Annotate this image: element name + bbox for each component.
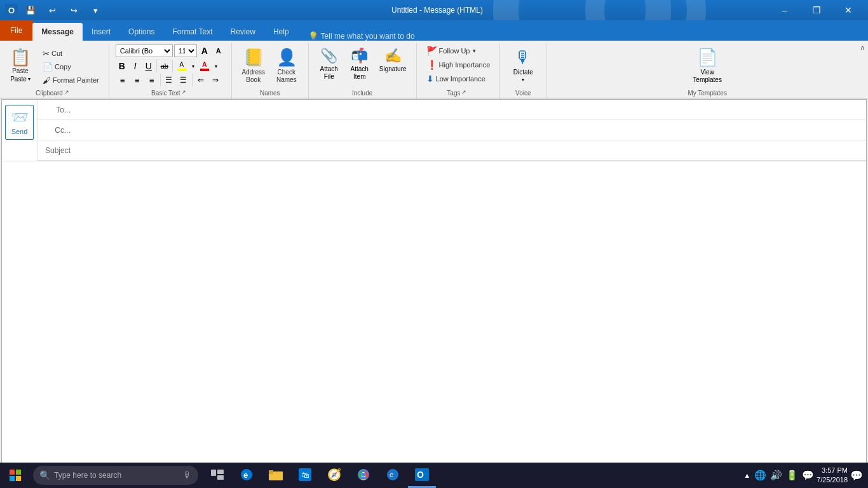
title-bar-controls: – ❐ ✕	[770, 0, 863, 20]
voice-label: Voice	[504, 90, 542, 98]
view-templates-btn[interactable]: 📄 ViewTemplates	[689, 44, 725, 87]
search-icon: 🔍	[39, 470, 50, 480]
microphone-icon[interactable]: 🎙	[183, 470, 192, 480]
names-group: 📒 AddressBook 👤 CheckNames Names	[232, 43, 309, 98]
cut-button[interactable]: ✂ Cut	[39, 47, 102, 60]
bold-btn[interactable]: B	[116, 60, 128, 72]
attach-item-btn[interactable]: 📬 AttachItem	[346, 44, 374, 84]
svg-text:🛍: 🛍	[301, 470, 309, 480]
taskbar-app-outlook[interactable]: O	[408, 463, 436, 488]
numbering-btn[interactable]: ☰	[177, 74, 191, 86]
font-color-btn[interactable]: A	[197, 60, 212, 72]
grow-font-btn[interactable]: A	[198, 44, 211, 57]
my-templates-label: My Templates	[550, 90, 864, 98]
redo-quick-btn[interactable]: ↪	[65, 1, 83, 19]
paste-btn-top[interactable]: 📋 Paste	[5, 44, 36, 75]
tab-options[interactable]: Options	[119, 23, 163, 41]
include-label: Include	[313, 90, 412, 98]
taskbar-app-taskview[interactable]	[203, 463, 231, 488]
search-input[interactable]	[54, 471, 179, 480]
copy-button[interactable]: 📄 Copy	[39, 60, 102, 73]
svg-text:e: e	[243, 470, 248, 480]
customize-quick-btn[interactable]: ▾	[86, 1, 104, 19]
tab-format-text[interactable]: Format Text	[163, 23, 221, 41]
tab-review[interactable]: Review	[222, 23, 264, 41]
notifications-btn[interactable]: 💬	[850, 470, 863, 482]
taskbar-app-compass[interactable]: 🧭	[320, 463, 348, 488]
font-selector[interactable]: Calibri (Bo	[116, 44, 173, 57]
save-quick-btn[interactable]: 💾	[22, 1, 39, 19]
svg-rect-2	[10, 470, 15, 475]
taskbar-app-ie[interactable]: e	[379, 463, 407, 488]
increase-indent-btn[interactable]: ⇒	[208, 74, 222, 86]
paste-dropdown[interactable]: Paste▾	[5, 75, 36, 84]
underline-btn[interactable]: U	[142, 60, 155, 72]
to-input[interactable]	[76, 101, 866, 119]
clock-time: 3:57 PM	[817, 466, 848, 475]
decrease-indent-btn[interactable]: ⇐	[194, 74, 208, 86]
tags-expand-btn[interactable]: ↗	[461, 89, 469, 97]
italic-btn[interactable]: I	[129, 60, 142, 72]
highlight-btn[interactable]: A	[174, 60, 189, 72]
clipboard-label: Clipboard ↗	[3, 89, 105, 98]
svg-text:e: e	[390, 471, 393, 478]
taskbar-app-store[interactable]: 🛍	[291, 463, 319, 488]
align-right-btn[interactable]: ≡	[145, 74, 159, 86]
address-book-btn[interactable]: 📒 AddressBook	[238, 44, 269, 87]
high-importance-btn[interactable]: ❗ High Importance	[423, 58, 494, 71]
ribbon-tabs: File Message Insert Options Format Text …	[0, 20, 868, 41]
tags-label: Tags ↗	[421, 89, 496, 98]
send-button[interactable]: 📨 Send	[5, 105, 34, 140]
volume-icon[interactable]: 🔊	[770, 470, 782, 481]
low-importance-btn[interactable]: ⬇ Low Importance	[423, 72, 489, 85]
chat-icon[interactable]: 💬	[802, 470, 814, 481]
undo-quick-btn[interactable]: ↩	[43, 1, 61, 19]
tab-help[interactable]: Help	[264, 23, 298, 41]
taskbar-app-chrome[interactable]	[349, 463, 377, 488]
taskbar-clock[interactable]: 3:57 PM 7/25/2018	[817, 466, 848, 485]
start-button[interactable]	[0, 463, 31, 488]
tell-me-input[interactable]: 💡 Tell me what you want to do	[303, 31, 420, 41]
bullets-btn[interactable]: ☰	[162, 74, 176, 86]
follow-up-btn[interactable]: 🚩 Follow Up ▾	[423, 44, 480, 57]
network-icon: 🌐	[754, 470, 766, 481]
basic-text-expand-btn[interactable]: ↗	[181, 89, 189, 97]
restore-btn[interactable]: ❐	[802, 0, 831, 20]
clock-date: 7/25/2018	[817, 475, 848, 485]
svg-text:O: O	[417, 470, 424, 480]
tab-message[interactable]: Message	[32, 23, 83, 41]
strikethrough-btn[interactable]: ab	[158, 60, 171, 72]
taskbar-app-edge[interactable]: e	[233, 463, 261, 488]
collapse-ribbon-btn[interactable]: ∧	[860, 43, 865, 52]
font-color-dropdown-btn[interactable]: ▾	[213, 60, 219, 72]
tab-insert[interactable]: Insert	[83, 23, 119, 41]
basic-text-group: Calibri (Bo 11 A A B I U ab	[109, 43, 232, 98]
cc-input[interactable]	[76, 121, 866, 139]
highlight-dropdown-btn[interactable]: ▾	[190, 60, 196, 72]
cc-label-btn[interactable]: Cc...	[37, 126, 76, 135]
format-painter-button[interactable]: 🖌 Format Painter	[39, 74, 102, 86]
svg-rect-5	[16, 476, 21, 481]
include-group: 📎 AttachFile 📬 AttachItem ✍ Signature In…	[309, 43, 417, 98]
taskbar-app-explorer[interactable]	[262, 463, 290, 488]
align-left-btn[interactable]: ≡	[116, 74, 130, 86]
minimize-btn[interactable]: –	[770, 0, 799, 20]
shrink-font-btn[interactable]: A	[212, 44, 225, 57]
signature-btn[interactable]: ✍ Signature	[376, 44, 410, 76]
font-size-selector[interactable]: 11	[174, 44, 197, 57]
svg-rect-13	[269, 470, 273, 474]
show-hidden-tray-btn[interactable]: ▲	[743, 471, 750, 479]
dictate-btn[interactable]: 🎙 Dictate ▾	[506, 44, 539, 86]
attach-file-btn[interactable]: 📎 AttachFile	[315, 44, 343, 84]
taskbar-right: ▲ 🌐 🔊 🔋 💬 3:57 PM 7/25/2018 💬	[743, 466, 868, 485]
subject-input[interactable]	[76, 142, 866, 159]
compose-body[interactable]	[2, 161, 866, 486]
to-label-btn[interactable]: To...	[37, 105, 76, 114]
svg-rect-4	[10, 476, 15, 481]
align-center-btn[interactable]: ≡	[130, 74, 144, 86]
clipboard-expand-btn[interactable]: ↗	[64, 89, 72, 97]
search-bar[interactable]: 🔍 🎙	[33, 466, 198, 485]
check-names-btn[interactable]: 👤 CheckNames	[271, 44, 302, 87]
close-btn[interactable]: ✕	[834, 0, 863, 20]
tab-file[interactable]: File	[0, 20, 32, 41]
